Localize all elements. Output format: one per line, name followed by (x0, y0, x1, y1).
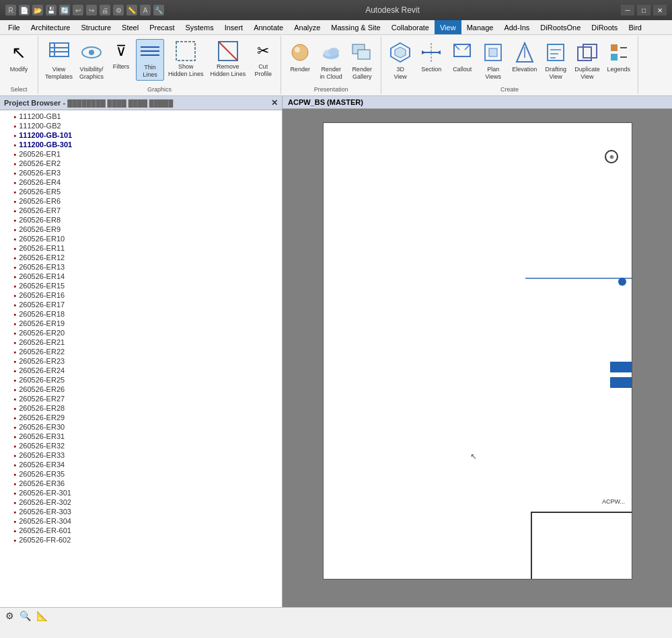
minimize-button[interactable]: ─ (621, 5, 634, 15)
tree-item[interactable]: ●260526-ER24 (0, 366, 282, 375)
tree-item[interactable]: ●260526-ER8 (0, 215, 282, 225)
menu-collaborate[interactable]: Collaborate (386, 20, 435, 34)
tree-item[interactable]: ●260526-ER-303 (0, 507, 282, 516)
render-gallery-button[interactable]: RenderGallery (347, 39, 377, 82)
menu-dirootsone[interactable]: DiRootsOne (535, 20, 586, 34)
tree-item[interactable]: ●260526-ER28 (0, 403, 282, 413)
plan-views-button[interactable]: PlanViews (478, 39, 508, 82)
cut-profile-button[interactable]: ✂ CutProfile (250, 39, 276, 79)
status-icon-measure[interactable]: 📐 (36, 610, 48, 621)
tree-item[interactable]: ●260526-ER35 (0, 469, 282, 479)
menu-bird[interactable]: Bird (623, 20, 647, 34)
status-icon-search[interactable]: 🔍 (20, 610, 31, 621)
maximize-button[interactable]: □ (637, 5, 650, 15)
callout-button[interactable]: Callout (447, 39, 477, 75)
app-icon[interactable]: R (5, 5, 16, 15)
menu-diroots[interactable]: DiRoots (586, 20, 623, 34)
save-icon[interactable]: 💾 (46, 5, 57, 15)
menu-manage[interactable]: Manage (461, 20, 499, 34)
redo-icon[interactable]: ↪ (86, 5, 97, 15)
tree-item[interactable]: ●260526-ER23 (0, 356, 282, 366)
close-button[interactable]: ✕ (653, 5, 667, 15)
tree-item[interactable]: ●111200-GB2 (0, 121, 282, 130)
print-icon[interactable]: 🖨 (100, 5, 110, 15)
visibility-graphics-button[interactable]: Visibility/Graphics (77, 39, 106, 82)
undo-icon[interactable]: ↩ (73, 5, 83, 15)
tree-item[interactable]: ●260526-FR-602 (0, 535, 282, 545)
elevation-button[interactable]: Elevation (509, 39, 539, 75)
tree-item[interactable]: ●260526-ER9 (0, 225, 282, 234)
tree-item[interactable]: ●260526-ER-304 (0, 516, 282, 526)
tree-item[interactable]: ●260526-ER4 (0, 177, 282, 187)
thin-lines-button[interactable]: ThinLines (136, 39, 164, 81)
view-templates-button[interactable]: ViewTemplates (42, 39, 75, 82)
status-icon-settings[interactable]: ⚙ (5, 610, 14, 621)
tree-item[interactable]: ●111200-GB-301 (0, 140, 282, 149)
menu-view[interactable]: View (435, 20, 461, 34)
tree-item[interactable]: ●260526-ER5 (0, 187, 282, 196)
tree-item[interactable]: ●260526-ER12 (0, 253, 282, 262)
tree-item[interactable]: ●260526-ER3 (0, 168, 282, 177)
tree-item[interactable]: ●260526-ER7 (0, 206, 282, 215)
tree-item[interactable]: ●111200-GB-101 (0, 130, 282, 140)
menu-massing[interactable]: Massing & Site (326, 20, 385, 34)
tree-item[interactable]: ●260526-ER1 (0, 149, 282, 159)
tree-item[interactable]: ●260526-ER13 (0, 262, 282, 272)
open-icon[interactable]: 📂 (32, 5, 43, 15)
tree-item[interactable]: ●260526-ER11 (0, 243, 282, 253)
tree-item[interactable]: ●260526-ER33 (0, 450, 282, 460)
tree-item[interactable]: ●260526-ER30 (0, 422, 282, 432)
tree-item[interactable]: ●260526-ER10 (0, 234, 282, 243)
remove-hidden-button[interactable]: RemoveHidden Lines (208, 39, 249, 79)
tree-item[interactable]: ●260526-ER34 (0, 460, 282, 469)
tree-item[interactable]: ●260526-ER29 (0, 413, 282, 422)
new-icon[interactable]: 📄 (19, 5, 30, 15)
menu-addins[interactable]: Add-Ins (498, 20, 535, 34)
menu-file[interactable]: File (3, 20, 26, 34)
tree-item[interactable]: ●260526-ER14 (0, 272, 282, 281)
filters-button[interactable]: ⊽ Filters (108, 39, 135, 72)
tree-item[interactable]: ●260526-ER36 (0, 479, 282, 488)
legends-button[interactable]: Legends (604, 39, 634, 75)
render-cloud-button[interactable]: Renderin Cloud (316, 39, 346, 82)
menu-architecture[interactable]: Architecture (26, 20, 76, 34)
modify-button[interactable]: ↖ Modify (4, 39, 34, 75)
menu-precast[interactable]: Precast (144, 20, 180, 34)
menu-structure[interactable]: Structure (75, 20, 116, 34)
tree-item[interactable]: ●260526-ER-601 (0, 526, 282, 535)
tree-item[interactable]: ●111200-GB1 (0, 112, 282, 121)
tree-item[interactable]: ●260526-ER-302 (0, 497, 282, 507)
tree-item[interactable]: ●260526-ER6 (0, 196, 282, 206)
tree-item[interactable]: ●260526-ER21 (0, 337, 282, 347)
tree-item[interactable]: ●260526-ER2 (0, 159, 282, 168)
tree-item[interactable]: ●260526-ER20 (0, 328, 282, 337)
browser-tree[interactable]: ●111200-GB1●111200-GB2●111200-GB-101●111… (0, 110, 282, 607)
tree-item[interactable]: ●260526-ER15 (0, 281, 282, 290)
text-icon[interactable]: A (140, 5, 151, 15)
tree-item[interactable]: ●260526-ER16 (0, 290, 282, 300)
menu-systems[interactable]: Systems (180, 20, 219, 34)
settings-icon[interactable]: ⚙ (113, 5, 124, 15)
measure-icon[interactable]: 📏 (126, 5, 137, 15)
tree-item[interactable]: ●260526-ER-301 (0, 488, 282, 497)
tree-item[interactable]: ●260526-ER18 (0, 309, 282, 319)
tree-item[interactable]: ●260526-ER19 (0, 319, 282, 328)
tools-icon[interactable]: 🔧 (153, 5, 164, 15)
tree-item[interactable]: ●260526-ER26 (0, 385, 282, 394)
duplicate-button[interactable]: DuplicateView (572, 39, 603, 82)
menu-insert[interactable]: Insert (219, 20, 249, 34)
menu-steel[interactable]: Steel (116, 20, 144, 34)
tree-item[interactable]: ●260526-ER31 (0, 432, 282, 441)
menu-annotate[interactable]: Annotate (248, 20, 289, 34)
menu-analyze[interactable]: Analyze (289, 20, 326, 34)
tree-item[interactable]: ●260526-ER22 (0, 347, 282, 356)
tree-item[interactable]: ●260526-ER32 (0, 441, 282, 450)
section-button[interactable]: Section (416, 39, 446, 75)
drafting-view-button[interactable]: DraftingView (541, 39, 570, 82)
show-hidden-button[interactable]: ShowHidden Lines (165, 39, 207, 79)
tree-item[interactable]: ●260526-ER25 (0, 375, 282, 385)
browser-close-button[interactable]: ✕ (271, 98, 278, 108)
3d-view-button[interactable]: 3DView (385, 39, 415, 82)
sync-icon[interactable]: 🔄 (59, 5, 70, 15)
tree-item[interactable]: ●260526-ER17 (0, 300, 282, 309)
